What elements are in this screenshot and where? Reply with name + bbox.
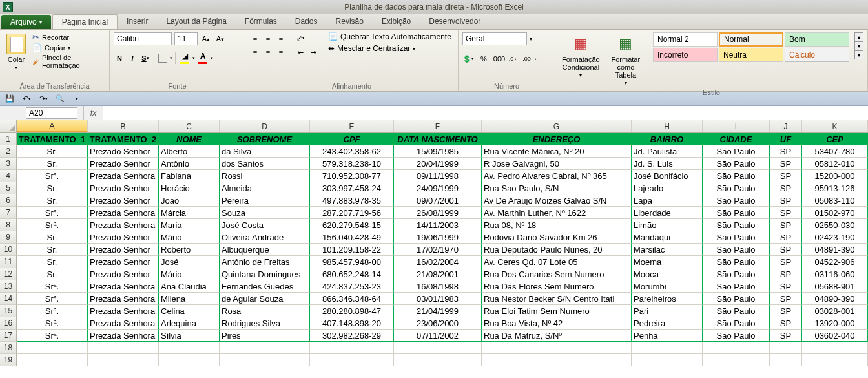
empty-cell[interactable] <box>802 354 868 366</box>
table-cell[interactable]: 04890-390 <box>802 293 868 305</box>
table-cell[interactable]: Rossi <box>220 170 310 182</box>
worksheet[interactable]: ABCDEFGHIJK 1TRATAMENTO_1TRATAMENTO_2NOM… <box>0 120 868 366</box>
table-cell[interactable]: Fabiana <box>159 170 220 182</box>
table-cell[interactable]: Mandaqui <box>632 231 703 244</box>
align-bottom-button[interactable]: ≡ <box>275 32 287 44</box>
table-cell[interactable]: SP <box>770 293 802 305</box>
borders-button[interactable] <box>158 54 167 63</box>
header-cell[interactable]: ENDEREÇO <box>482 133 632 145</box>
table-cell[interactable]: 16/08/1998 <box>394 280 482 293</box>
table-cell[interactable]: 16/02/2004 <box>394 256 482 268</box>
row-header-7[interactable]: 7 <box>0 207 17 219</box>
table-cell[interactable]: 21/04/1999 <box>394 305 482 317</box>
table-cell[interactable]: São Paulo <box>703 305 770 317</box>
comma-button[interactable]: 000 <box>493 53 505 65</box>
header-cell[interactable]: DATA NASCIMENTO <box>394 133 482 145</box>
style-scroll-down[interactable]: ▾ <box>854 41 863 50</box>
table-cell[interactable]: Rua 08, Nº 18 <box>482 219 632 231</box>
align-top-button[interactable]: ≡ <box>249 32 261 44</box>
format-as-table-button[interactable]: ▦ Formatar como Tabela▾ <box>606 32 645 87</box>
table-cell[interactable]: 05812-010 <box>802 158 868 170</box>
table-cell[interactable]: Jd. S. Luis <box>632 158 703 170</box>
table-cell[interactable]: Moema <box>632 256 703 268</box>
copy-button[interactable]: 📄Copiar ▾ <box>32 43 105 52</box>
table-cell[interactable]: 985.457.948-00 <box>310 256 394 268</box>
font-name-input[interactable] <box>114 32 172 45</box>
table-cell[interactable]: São Paulo <box>703 293 770 305</box>
header-cell[interactable]: BAIRRO <box>632 133 703 145</box>
table-cell[interactable]: São Paulo <box>703 317 770 330</box>
name-box[interactable] <box>26 107 78 119</box>
table-cell[interactable]: R Jose Galvagni, 50 <box>482 158 632 170</box>
table-cell[interactable]: São Paulo <box>703 244 770 256</box>
table-cell[interactable]: Márcia <box>159 207 220 219</box>
table-cell[interactable]: Prezada Senhora <box>88 293 159 305</box>
table-cell[interactable]: 02423-190 <box>802 231 868 244</box>
table-cell[interactable]: Roberto <box>159 244 220 256</box>
table-cell[interactable]: São Paulo <box>703 268 770 280</box>
table-cell[interactable]: SP <box>770 207 802 219</box>
table-cell[interactable]: Ana Claudia <box>159 280 220 293</box>
table-cell[interactable]: 21/08/2001 <box>394 268 482 280</box>
table-cell[interactable]: Prezado Senhor <box>88 231 159 244</box>
empty-cell[interactable] <box>482 354 632 366</box>
table-cell[interactable]: SP <box>770 219 802 231</box>
italic-button[interactable]: I <box>127 52 138 64</box>
decrease-indent-button[interactable]: ⇤ <box>294 47 306 58</box>
table-cell[interactable]: São Paulo <box>703 182 770 194</box>
table-cell[interactable]: 05688-901 <box>802 280 868 293</box>
col-header-K[interactable]: K <box>802 120 868 132</box>
table-cell[interactable]: 13920-000 <box>802 317 868 330</box>
table-cell[interactable]: Prezada Senhora <box>88 280 159 293</box>
table-cell[interactable]: SP <box>770 256 802 268</box>
align-right-button[interactable]: ≡ <box>275 47 287 58</box>
empty-cell[interactable] <box>394 354 482 366</box>
table-cell[interactable]: 407.148.898-20 <box>310 317 394 330</box>
tab-desenvolvedor[interactable]: Desenvolvedor <box>420 14 490 29</box>
table-cell[interactable]: São Paulo <box>703 207 770 219</box>
table-cell[interactable]: 620.279.548-15 <box>310 219 394 231</box>
col-header-I[interactable]: I <box>703 120 770 132</box>
table-cell[interactable]: Av. Ceres Qd. 07 Lote 05 <box>482 256 632 268</box>
table-cell[interactable]: 05083-110 <box>802 194 868 207</box>
table-cell[interactable]: São Paulo <box>703 145 770 158</box>
table-cell[interactable]: 303.997.458-24 <box>310 182 394 194</box>
table-cell[interactable]: Milena <box>159 293 220 305</box>
empty-cell[interactable] <box>394 342 482 354</box>
table-cell[interactable]: 04522-906 <box>802 256 868 268</box>
table-cell[interactable]: Rosa <box>220 305 310 317</box>
row-header-8[interactable]: 8 <box>0 219 17 231</box>
tab-revisão[interactable]: Revisão <box>327 14 373 29</box>
table-cell[interactable]: José <box>159 256 220 268</box>
tab-exibição[interactable]: Exibição <box>373 14 420 29</box>
table-cell[interactable]: Rodovia Dario Savador Km 26 <box>482 231 632 244</box>
table-cell[interactable]: SP <box>770 231 802 244</box>
table-cell[interactable]: Prezado Senhor <box>88 256 159 268</box>
align-middle-button[interactable]: ≡ <box>262 32 274 44</box>
table-cell[interactable]: 26/08/1999 <box>394 207 482 219</box>
row-header-12[interactable]: 12 <box>0 268 17 280</box>
header-cell[interactable]: CEP <box>802 133 868 145</box>
table-cell[interactable]: Sr. <box>17 194 88 207</box>
select-all-corner[interactable] <box>0 120 17 132</box>
table-cell[interactable]: José Bonifácio <box>632 170 703 182</box>
row-header-9[interactable]: 9 <box>0 231 17 244</box>
header-cell[interactable]: CIDADE <box>703 133 770 145</box>
table-cell[interactable]: Prezado Senhor <box>88 158 159 170</box>
empty-cell[interactable] <box>159 354 220 366</box>
header-cell[interactable]: NOME <box>159 133 220 145</box>
table-cell[interactable]: Prezada Senhora <box>88 305 159 317</box>
table-cell[interactable]: São Paulo <box>703 158 770 170</box>
table-cell[interactable]: Av. Marthin Luther, Nº 1622 <box>482 207 632 219</box>
table-cell[interactable]: 424.837.253-23 <box>310 280 394 293</box>
table-cell[interactable]: Prezado Senhor <box>88 194 159 207</box>
paste-button[interactable]: Colar ▾ <box>4 32 28 72</box>
table-cell[interactable]: Lajeado <box>632 182 703 194</box>
table-cell[interactable]: Marsilac <box>632 244 703 256</box>
table-cell[interactable]: São Paulo <box>703 330 770 342</box>
increase-indent-button[interactable]: ⇥ <box>307 47 319 58</box>
style-scroll-up[interactable]: ▴ <box>854 32 863 41</box>
table-cell[interactable]: Horácio <box>159 182 220 194</box>
tab-fórmulas[interactable]: Fórmulas <box>236 14 286 29</box>
table-cell[interactable]: 866.346.348-64 <box>310 293 394 305</box>
